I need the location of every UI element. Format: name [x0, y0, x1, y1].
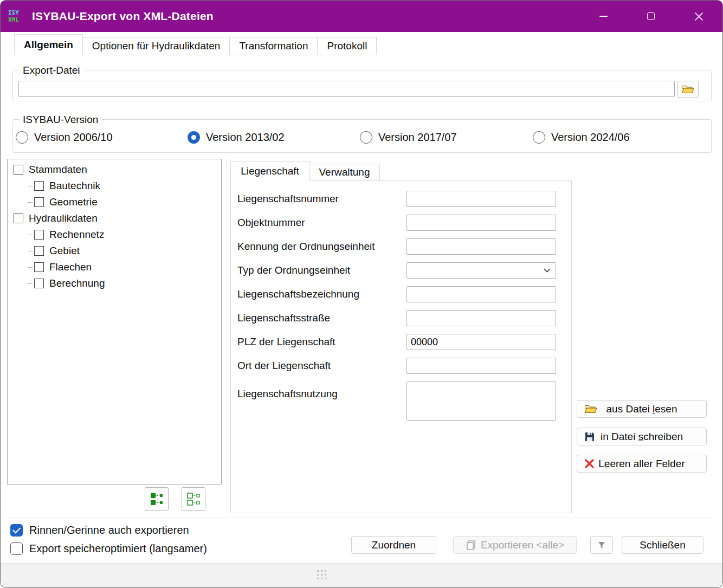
radio-circle — [533, 131, 545, 144]
liegenschaftsnutzung-textarea[interactable] — [406, 382, 556, 421]
rechennetz-checkbox[interactable] — [34, 230, 44, 240]
export-data-tree: Stammdaten Bautechnik Geometrie Hydrauli… — [7, 159, 222, 484]
label-part: chreiben — [643, 431, 683, 442]
app-icon-text-bottom: XML — [8, 16, 28, 23]
export-file-path-input[interactable] — [18, 81, 675, 97]
rinnen-checkbox-label: Rinnen/Gerinne auch exportieren — [29, 524, 189, 537]
liegenschaftsnutzung-label: Liegenschaftsnutzung — [237, 388, 338, 400]
clear-all-fields-label: Leeren aller Felder — [598, 458, 685, 470]
rinnen-option-row: Rinnen/Gerinne auch exportieren — [10, 524, 189, 537]
tree-uncheck-all-button[interactable] — [182, 487, 205, 511]
tab-label: Allgemein — [24, 39, 73, 51]
minimize-button[interactable] — [579, 1, 627, 32]
clear-all-fields-button[interactable]: Leeren aller Felder — [577, 455, 707, 473]
plz-input[interactable] — [406, 334, 556, 350]
status-bar-separator — [55, 567, 55, 584]
liegenschaft-form: Liegenschaftsnummer Objektnummer Kennung… — [230, 180, 572, 513]
funnel-icon — [598, 541, 605, 549]
tab-allgemein[interactable]: Allgemein — [14, 34, 83, 55]
tree-uncheck-all-icon — [186, 492, 201, 506]
panel-separator — [227, 159, 227, 514]
label-mnemonic: e — [604, 458, 610, 469]
tree-item-gebiet: Gebiet — [8, 243, 221, 259]
tab-verwaltung[interactable]: Verwaltung — [309, 164, 380, 181]
geometrie-checkbox[interactable] — [34, 197, 44, 207]
folder-open-icon — [584, 404, 597, 414]
tab-label: Verwaltung — [319, 166, 370, 178]
bautechnik-checkbox[interactable] — [34, 181, 44, 191]
kennung-ordnungseinheit-input[interactable] — [406, 238, 556, 255]
ort-input[interactable] — [406, 358, 556, 374]
app-icon-text-top: ISY — [8, 9, 28, 16]
liegenschaftsbezeichnung-input[interactable] — [406, 286, 556, 302]
typ-ordnungseinheit-label: Typ der Ordnungseinheit — [237, 264, 350, 276]
tree-item-geometrie: Geometrie — [8, 194, 221, 210]
tree-item-label: Stammdaten — [29, 164, 87, 176]
flaechen-checkbox[interactable] — [34, 262, 44, 272]
liegenschaftsstrasse-label: Liegenschaftsstraße — [237, 312, 330, 324]
radio-circle — [188, 131, 200, 144]
chevron-down-icon — [544, 268, 551, 273]
export-datei-group: Export-Datei — [12, 70, 712, 101]
stammdaten-checkbox[interactable] — [14, 165, 23, 175]
tab-liegenschaft[interactable]: Liegenschaft — [230, 161, 309, 181]
schliessen-button[interactable]: Schließen — [622, 536, 703, 554]
isybau-version-group: ISYBAU-Version Version 2006/10 Version 2… — [12, 119, 712, 153]
tree-item-label: Rechennetz — [49, 229, 104, 241]
tab-optionen-hydraulikdaten[interactable]: Optionen für Hydraulikdaten — [82, 37, 230, 55]
speicher-option-row: Export speicheroptimiert (langsamer) — [10, 542, 207, 555]
tree-item-berechnung: Berechnung — [8, 275, 221, 292]
radio-version-2024-06[interactable]: Version 2024/06 — [533, 131, 630, 144]
browse-file-button[interactable] — [677, 81, 699, 98]
copy-pages-icon — [466, 540, 476, 551]
form-row: Typ der Ordnungseinheit — [237, 262, 566, 279]
tree-item-label: Berechnung — [49, 277, 105, 289]
read-from-file-button[interactable]: aus Datei lesen — [577, 400, 707, 418]
tab-protokoll[interactable]: Protokoll — [317, 37, 377, 55]
tree-item-hydraulikdaten: Hydraulikdaten — [8, 210, 221, 227]
tab-label: Protokoll — [327, 40, 367, 52]
maximize-button[interactable] — [627, 1, 675, 32]
rinnen-checkbox[interactable] — [10, 524, 23, 537]
exportieren-button[interactable]: Exportieren <alle> — [453, 536, 577, 554]
dialog-window: ISY XML ISYBAU-Export von XML-Dateien Al… — [0, 0, 723, 588]
objektnummer-input[interactable] — [406, 215, 556, 231]
zuordnen-button[interactable]: Zuordnen — [351, 536, 436, 554]
label-mnemonic: s — [638, 431, 644, 442]
red-x-icon — [584, 458, 595, 469]
radio-label: Version 2017/07 — [378, 131, 457, 144]
close-button[interactable] — [675, 1, 722, 32]
ort-label: Ort der Liegenschaft — [237, 360, 331, 372]
read-from-file-label: aus Datei lesen — [606, 403, 677, 415]
tree-item-label: Flaechen — [49, 261, 92, 273]
liegenschaftsstrasse-input[interactable] — [406, 310, 556, 326]
berechnung-checkbox[interactable] — [34, 279, 44, 288]
speicher-checkbox[interactable] — [10, 542, 23, 555]
speicher-checkbox-label: Export speicheroptimiert (langsamer) — [29, 542, 207, 555]
typ-ordnungseinheit-combobox[interactable] — [406, 262, 556, 279]
radio-version-2017-07[interactable]: Version 2017/07 — [360, 131, 457, 144]
label-part: eren aller Felder — [610, 458, 685, 469]
tree-item-flaechen: Flaechen — [8, 259, 221, 275]
label-part: L — [598, 458, 604, 469]
hydraulikdaten-checkbox[interactable] — [14, 214, 23, 223]
footer-separator — [7, 518, 716, 518]
tree-item-label: Bautechnik — [49, 180, 100, 192]
export-options-dropdown-button[interactable] — [590, 536, 613, 554]
write-to-file-button[interactable]: in Datei schreiben — [577, 428, 707, 445]
gebiet-checkbox[interactable] — [34, 246, 44, 256]
close-icon — [694, 12, 703, 21]
window-title: ISYBAU-Export von XML-Dateien — [32, 10, 214, 23]
radio-circle — [360, 131, 372, 144]
tree-check-all-button[interactable] — [145, 487, 169, 511]
radio-circle — [16, 131, 28, 144]
tree-item-label: Hydraulikdaten — [29, 212, 98, 224]
tree-item-label: Gebiet — [49, 245, 80, 257]
tab-transformation[interactable]: Transformation — [229, 37, 318, 55]
radio-version-2006-10[interactable]: Version 2006/10 — [16, 131, 113, 144]
main-tab-bar: Allgemein Optionen für Hydraulikdaten Tr… — [14, 34, 377, 55]
liegenschaftsnummer-input[interactable] — [406, 191, 556, 207]
schliessen-label: Schließen — [640, 539, 686, 551]
folder-open-icon — [681, 84, 694, 94]
radio-version-2013-02[interactable]: Version 2013/02 — [188, 131, 285, 144]
